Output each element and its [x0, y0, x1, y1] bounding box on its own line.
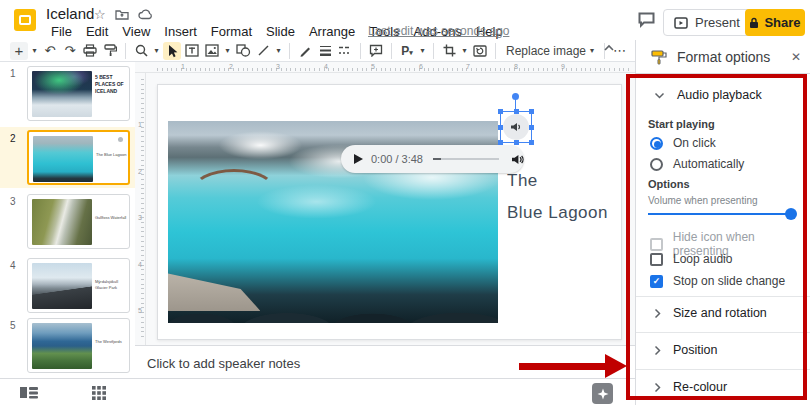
menu-arrange[interactable]: Arrange — [302, 22, 362, 41]
crop-caret[interactable]: ▾ — [460, 42, 469, 60]
checkbox-loop-audio[interactable]: Loop audio — [650, 252, 732, 266]
radio-icon-unselected[interactable] — [650, 158, 663, 171]
bottom-bar — [0, 378, 635, 405]
section-audio-playback[interactable]: Audio playback — [636, 80, 810, 110]
radio-on-click[interactable]: On click — [650, 136, 716, 150]
replace-image-caret: ▾ — [590, 46, 594, 55]
close-panel-button[interactable]: ✕ — [791, 50, 801, 64]
line-tool-caret[interactable]: ▾ — [274, 42, 283, 60]
audio-object[interactable] — [503, 114, 529, 140]
reset-image-icon[interactable] — [471, 42, 489, 60]
insert-image-icon[interactable] — [203, 42, 221, 60]
rotation-handle[interactable] — [512, 93, 519, 100]
slide-title-text[interactable]: The Blue Lagoon — [507, 165, 608, 229]
share-button[interactable]: Share — [745, 9, 805, 36]
radio-automatically[interactable]: Automatically — [650, 157, 744, 171]
google-slides-app: Iceland ☆ File Edit View Insert Format S… — [0, 0, 810, 405]
section-position[interactable]: Position — [636, 335, 810, 365]
menu-insert[interactable]: Insert — [157, 22, 204, 41]
animate-caret[interactable]: ▾ — [418, 42, 427, 60]
radio-icon-selected[interactable] — [650, 137, 663, 150]
resize-handle-nw[interactable] — [498, 109, 503, 114]
grid-view-icon[interactable] — [92, 386, 106, 400]
shape-icon[interactable] — [234, 42, 252, 60]
speaker-icon — [510, 121, 522, 133]
star-icon[interactable]: ☆ — [94, 7, 106, 22]
slide-number: 1 — [10, 68, 16, 79]
slide-thumbnail-5[interactable]: The Westfjords — [27, 318, 130, 373]
menu-file[interactable]: File — [44, 22, 79, 41]
current-slide[interactable]: The Blue Lagoon — [157, 84, 622, 340]
crop-icon[interactable] — [440, 42, 458, 60]
slide-number: 2 — [10, 133, 16, 144]
zoom-icon[interactable] — [132, 42, 150, 60]
chevron-down-icon — [654, 92, 665, 99]
border-dash-icon[interactable] — [336, 42, 354, 60]
menu-view[interactable]: View — [115, 22, 157, 41]
options-label: Options — [648, 178, 690, 190]
play-button[interactable] — [354, 154, 363, 164]
new-slide-button[interactable]: + — [10, 42, 28, 60]
border-weight-icon[interactable] — [316, 42, 334, 60]
filmstrip-view-icon[interactable] — [20, 386, 38, 399]
resize-handle-s[interactable] — [514, 140, 519, 145]
thumb-image-aurora — [32, 71, 92, 117]
redo-button[interactable]: ↷ — [61, 42, 79, 60]
slide-thumbnail-1[interactable]: 5 BEST PLACES OF ICELAND — [27, 66, 130, 121]
speaker-notes-pane[interactable]: Click to add speaker notes — [135, 345, 635, 378]
print-icon[interactable] — [81, 42, 99, 60]
slide-thumbnail-3[interactable]: Gullfoss Waterfall — [27, 194, 130, 249]
section-recolour[interactable]: Re-colour — [636, 372, 810, 402]
menu-format[interactable]: Format — [204, 22, 259, 41]
section-size-and-rotation[interactable]: Size and rotation — [636, 298, 810, 328]
border-color-icon[interactable] — [296, 42, 314, 60]
checkbox-icon-unchecked[interactable] — [650, 253, 663, 266]
seek-bar[interactable] — [433, 158, 499, 160]
slide-canvas[interactable]: 1 2 3 4 5 6 7 8 9 1 2 3 4 5 The — [135, 62, 635, 345]
thumb-title: 5 BEST PLACES OF ICELAND — [95, 74, 128, 95]
undo-button[interactable]: ↶ — [41, 42, 59, 60]
text-box-icon[interactable] — [183, 42, 201, 60]
zoom-caret[interactable]: ▾ — [152, 42, 161, 60]
vertical-ruler: 1 2 3 4 5 — [135, 73, 146, 345]
collapse-menus-button[interactable] — [603, 44, 615, 52]
volume-slider-thumb[interactable] — [785, 208, 797, 220]
annotation-red-arrow — [519, 363, 605, 370]
comments-button[interactable] — [637, 11, 656, 28]
menu-slide[interactable]: Slide — [259, 22, 302, 41]
explore-button[interactable] — [592, 383, 613, 404]
animate-button[interactable]: P▾ — [398, 42, 416, 60]
volume-slider[interactable] — [648, 208, 796, 220]
add-comment-icon[interactable] — [367, 42, 385, 60]
resize-handle-se[interactable] — [529, 140, 534, 145]
slide-thumbnail-4[interactable]: Mýrdalsjökull Glacier Park — [27, 258, 130, 313]
chevron-right-icon — [654, 308, 661, 319]
volume-slider-track[interactable] — [648, 213, 796, 215]
move-folder-icon[interactable] — [115, 9, 129, 21]
explore-spark-icon — [597, 388, 609, 400]
slide-number: 5 — [10, 320, 16, 331]
present-label: Present — [695, 15, 740, 30]
lock-icon — [749, 17, 759, 29]
volume-icon[interactable] — [511, 153, 524, 166]
slides-logo-icon[interactable] — [14, 9, 36, 31]
checkbox-stop-on-slide-change[interactable]: ✓ Stop on slide change — [650, 274, 785, 288]
insert-image-caret[interactable]: ▾ — [223, 42, 232, 60]
resize-handle-ne[interactable] — [529, 109, 534, 114]
select-tool-icon[interactable] — [163, 42, 181, 60]
line-tool-icon[interactable] — [254, 42, 272, 60]
replace-image-button[interactable]: Replace image ▾ — [502, 44, 598, 58]
new-slide-caret[interactable]: ▾ — [30, 42, 39, 60]
resize-handle-e[interactable] — [529, 125, 534, 130]
last-edit-link[interactable]: Last edit was seconds ago — [368, 24, 509, 38]
paint-format-icon[interactable] — [101, 42, 119, 60]
audio-player-bar: 0:00 / 3:48 — [341, 145, 524, 173]
chevron-right-icon — [654, 345, 661, 356]
checkbox-icon-checked[interactable]: ✓ — [650, 275, 663, 288]
speaker-notes-placeholder[interactable]: Click to add speaker notes — [147, 356, 300, 371]
thumb-image-glacier — [32, 263, 92, 309]
toolbar: + ▾ ↶ ↷ ▾ ▾ ▾ — [0, 40, 635, 62]
slide-thumbnail-2-selected[interactable]: The Blue Lagoon — [27, 130, 130, 185]
document-title[interactable]: Iceland — [46, 5, 94, 22]
menu-edit[interactable]: Edit — [79, 22, 115, 41]
